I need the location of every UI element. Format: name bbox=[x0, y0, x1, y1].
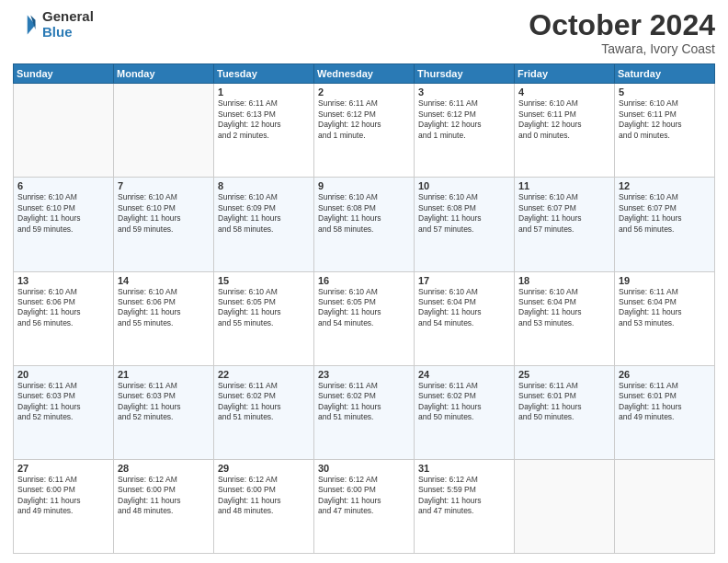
logo-line1: General bbox=[42, 9, 94, 25]
calendar-cell: 12Sunrise: 6:10 AM Sunset: 6:07 PM Dayli… bbox=[615, 178, 715, 271]
calendar-cell: 1Sunrise: 6:11 AM Sunset: 6:13 PM Daylig… bbox=[214, 84, 314, 178]
calendar-cell: 20Sunrise: 6:11 AM Sunset: 6:03 PM Dayli… bbox=[14, 365, 114, 459]
calendar-cell: 8Sunrise: 6:10 AM Sunset: 6:09 PM Daylig… bbox=[214, 178, 314, 271]
calendar-week-4: 20Sunrise: 6:11 AM Sunset: 6:03 PM Dayli… bbox=[14, 365, 715, 459]
day-number: 3 bbox=[418, 86, 510, 98]
day-number: 22 bbox=[218, 369, 310, 380]
calendar-cell: 4Sunrise: 6:10 AM Sunset: 6:11 PM Daylig… bbox=[515, 84, 615, 178]
calendar-cell: 26Sunrise: 6:11 AM Sunset: 6:01 PM Dayli… bbox=[615, 365, 715, 459]
day-number: 26 bbox=[619, 369, 711, 380]
calendar-week-5: 27Sunrise: 6:11 AM Sunset: 6:00 PM Dayli… bbox=[14, 459, 715, 553]
calendar-cell: 19Sunrise: 6:11 AM Sunset: 6:04 PM Dayli… bbox=[615, 271, 715, 365]
calendar-header: Sunday Monday Tuesday Wednesday Thursday… bbox=[14, 64, 715, 84]
calendar-cell: 11Sunrise: 6:10 AM Sunset: 6:07 PM Dayli… bbox=[515, 178, 615, 271]
col-thursday: Thursday bbox=[415, 64, 515, 84]
col-wednesday: Wednesday bbox=[314, 64, 415, 84]
header-row: Sunday Monday Tuesday Wednesday Thursday… bbox=[14, 64, 715, 84]
day-number: 23 bbox=[318, 369, 410, 380]
day-number: 8 bbox=[218, 180, 310, 191]
calendar-cell bbox=[615, 459, 715, 553]
day-info: Sunrise: 6:10 AM Sunset: 6:09 PM Dayligh… bbox=[218, 192, 310, 235]
calendar-table: Sunday Monday Tuesday Wednesday Thursday… bbox=[13, 63, 715, 554]
day-number: 21 bbox=[118, 369, 210, 380]
calendar-cell: 7Sunrise: 6:10 AM Sunset: 6:10 PM Daylig… bbox=[114, 178, 214, 271]
calendar-cell: 28Sunrise: 6:12 AM Sunset: 6:00 PM Dayli… bbox=[114, 459, 214, 553]
col-sunday: Sunday bbox=[14, 64, 114, 84]
day-info: Sunrise: 6:10 AM Sunset: 6:11 PM Dayligh… bbox=[619, 98, 711, 141]
calendar-cell: 15Sunrise: 6:10 AM Sunset: 6:05 PM Dayli… bbox=[214, 271, 314, 365]
day-info: Sunrise: 6:11 AM Sunset: 6:03 PM Dayligh… bbox=[17, 381, 109, 423]
day-number: 24 bbox=[418, 369, 510, 380]
day-number: 29 bbox=[218, 463, 310, 474]
day-info: Sunrise: 6:11 AM Sunset: 6:04 PM Dayligh… bbox=[619, 287, 711, 329]
day-info: Sunrise: 6:10 AM Sunset: 6:08 PM Dayligh… bbox=[318, 192, 410, 235]
day-number: 18 bbox=[518, 275, 610, 286]
day-info: Sunrise: 6:10 AM Sunset: 6:05 PM Dayligh… bbox=[318, 287, 410, 329]
col-tuesday: Tuesday bbox=[214, 64, 314, 84]
col-monday: Monday bbox=[114, 64, 214, 84]
calendar-cell: 18Sunrise: 6:10 AM Sunset: 6:04 PM Dayli… bbox=[515, 271, 615, 365]
day-number: 14 bbox=[118, 275, 210, 286]
calendar-cell bbox=[114, 84, 214, 178]
day-info: Sunrise: 6:10 AM Sunset: 6:10 PM Dayligh… bbox=[118, 192, 210, 235]
day-info: Sunrise: 6:10 AM Sunset: 6:07 PM Dayligh… bbox=[518, 192, 610, 235]
day-info: Sunrise: 6:11 AM Sunset: 6:03 PM Dayligh… bbox=[118, 381, 210, 423]
day-info: Sunrise: 6:10 AM Sunset: 6:06 PM Dayligh… bbox=[17, 287, 109, 329]
day-number: 25 bbox=[518, 369, 610, 380]
calendar-cell: 10Sunrise: 6:10 AM Sunset: 6:08 PM Dayli… bbox=[415, 178, 515, 271]
logo-icon bbox=[13, 12, 39, 38]
day-info: Sunrise: 6:10 AM Sunset: 6:08 PM Dayligh… bbox=[418, 192, 510, 235]
day-info: Sunrise: 6:12 AM Sunset: 5:59 PM Dayligh… bbox=[418, 475, 510, 517]
month-title: October 2024 bbox=[529, 9, 715, 41]
day-info: Sunrise: 6:10 AM Sunset: 6:07 PM Dayligh… bbox=[619, 192, 711, 235]
col-saturday: Saturday bbox=[615, 64, 715, 84]
day-info: Sunrise: 6:11 AM Sunset: 6:01 PM Dayligh… bbox=[619, 381, 711, 423]
calendar-cell: 21Sunrise: 6:11 AM Sunset: 6:03 PM Dayli… bbox=[114, 365, 214, 459]
calendar-cell: 3Sunrise: 6:11 AM Sunset: 6:12 PM Daylig… bbox=[415, 84, 515, 178]
day-number: 16 bbox=[318, 275, 410, 286]
day-number: 9 bbox=[318, 180, 410, 191]
calendar-cell: 23Sunrise: 6:11 AM Sunset: 6:02 PM Dayli… bbox=[314, 365, 415, 459]
day-number: 2 bbox=[318, 86, 410, 98]
day-number: 11 bbox=[518, 180, 610, 191]
calendar-cell bbox=[515, 459, 615, 553]
day-number: 27 bbox=[17, 463, 109, 474]
day-number: 20 bbox=[17, 369, 109, 380]
calendar-body: 1Sunrise: 6:11 AM Sunset: 6:13 PM Daylig… bbox=[14, 84, 715, 554]
logo-line2: Blue bbox=[42, 25, 94, 40]
calendar-cell: 6Sunrise: 6:10 AM Sunset: 6:10 PM Daylig… bbox=[14, 178, 114, 271]
calendar-cell: 25Sunrise: 6:11 AM Sunset: 6:01 PM Dayli… bbox=[515, 365, 615, 459]
day-info: Sunrise: 6:10 AM Sunset: 6:10 PM Dayligh… bbox=[17, 192, 109, 235]
day-number: 15 bbox=[218, 275, 310, 286]
calendar-week-3: 13Sunrise: 6:10 AM Sunset: 6:06 PM Dayli… bbox=[14, 271, 715, 365]
calendar-cell: 30Sunrise: 6:12 AM Sunset: 6:00 PM Dayli… bbox=[314, 459, 415, 553]
logo: General Blue bbox=[13, 9, 94, 40]
calendar-cell: 24Sunrise: 6:11 AM Sunset: 6:02 PM Dayli… bbox=[415, 365, 515, 459]
calendar-cell: 2Sunrise: 6:11 AM Sunset: 6:12 PM Daylig… bbox=[314, 84, 415, 178]
day-number: 7 bbox=[118, 180, 210, 191]
calendar-cell: 31Sunrise: 6:12 AM Sunset: 5:59 PM Dayli… bbox=[415, 459, 515, 553]
calendar-week-1: 1Sunrise: 6:11 AM Sunset: 6:13 PM Daylig… bbox=[14, 84, 715, 178]
day-number: 30 bbox=[318, 463, 410, 474]
day-number: 5 bbox=[619, 86, 711, 98]
day-info: Sunrise: 6:11 AM Sunset: 6:02 PM Dayligh… bbox=[418, 381, 510, 423]
day-info: Sunrise: 6:12 AM Sunset: 6:00 PM Dayligh… bbox=[118, 475, 210, 517]
calendar-cell: 17Sunrise: 6:10 AM Sunset: 6:04 PM Dayli… bbox=[415, 271, 515, 365]
page: General Blue October 2024 Tawara, Ivory … bbox=[0, 0, 728, 563]
header: General Blue October 2024 Tawara, Ivory … bbox=[13, 9, 715, 56]
day-number: 10 bbox=[418, 180, 510, 191]
day-info: Sunrise: 6:12 AM Sunset: 6:00 PM Dayligh… bbox=[218, 475, 310, 517]
calendar-cell: 22Sunrise: 6:11 AM Sunset: 6:02 PM Dayli… bbox=[214, 365, 314, 459]
day-number: 28 bbox=[118, 463, 210, 474]
title-block: October 2024 Tawara, Ivory Coast bbox=[529, 9, 715, 56]
calendar-cell: 27Sunrise: 6:11 AM Sunset: 6:00 PM Dayli… bbox=[14, 459, 114, 553]
day-info: Sunrise: 6:12 AM Sunset: 6:00 PM Dayligh… bbox=[318, 475, 410, 517]
day-number: 1 bbox=[218, 86, 310, 98]
logo-text: General Blue bbox=[42, 9, 94, 40]
day-info: Sunrise: 6:11 AM Sunset: 6:13 PM Dayligh… bbox=[218, 98, 310, 141]
day-info: Sunrise: 6:10 AM Sunset: 6:04 PM Dayligh… bbox=[518, 287, 610, 329]
day-info: Sunrise: 6:11 AM Sunset: 6:12 PM Dayligh… bbox=[318, 98, 410, 141]
calendar-cell: 29Sunrise: 6:12 AM Sunset: 6:00 PM Dayli… bbox=[214, 459, 314, 553]
day-info: Sunrise: 6:11 AM Sunset: 6:02 PM Dayligh… bbox=[318, 381, 410, 423]
day-number: 17 bbox=[418, 275, 510, 286]
